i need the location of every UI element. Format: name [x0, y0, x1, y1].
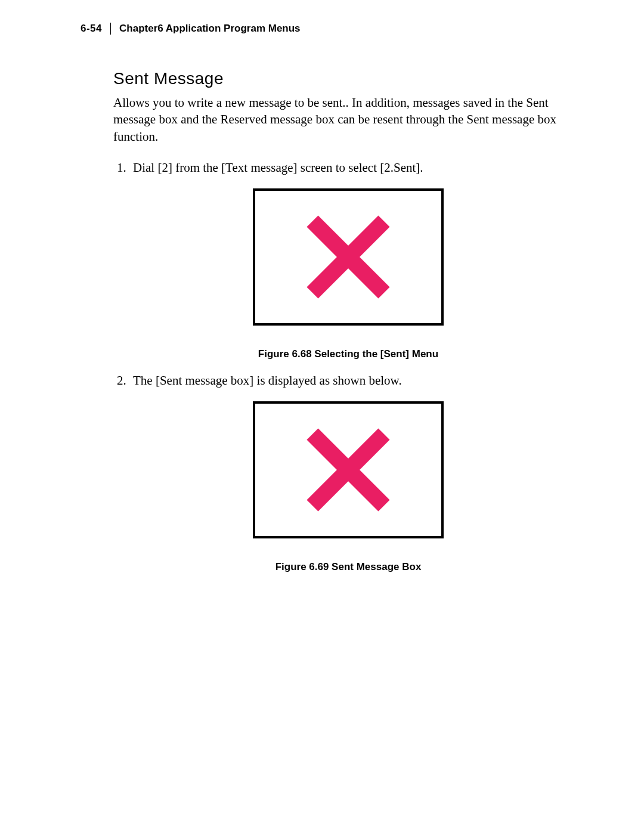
broken-image-icon	[304, 212, 393, 302]
step-list: Dial [2] from the [Text message] screen …	[80, 160, 564, 573]
figure-placeholder	[253, 188, 444, 326]
step-text: The [Sent message box] is displayed as s…	[133, 373, 402, 388]
figure-wrap: Figure 6.68 Selecting the [Sent] Menu	[133, 188, 564, 360]
page-number: 6-54	[80, 23, 111, 35]
document-page: 6-54 Chapter6 Application Program Menus …	[0, 0, 644, 610]
figure-placeholder	[253, 401, 444, 538]
figure-caption: Figure 6.68 Selecting the [Sent] Menu	[133, 348, 564, 360]
figure-caption: Figure 6.69 Sent Message Box	[133, 561, 564, 573]
figure-wrap: Figure 6.69 Sent Message Box	[133, 401, 564, 573]
section-title: Sent Message	[113, 69, 564, 88]
chapter-label: Chapter6 Application Program Menus	[119, 23, 301, 35]
step-text: Dial [2] from the [Text message] screen …	[133, 160, 423, 175]
page-header: 6-54 Chapter6 Application Program Menus	[80, 23, 564, 35]
list-item: The [Sent message box] is displayed as s…	[129, 373, 564, 573]
broken-image-icon	[304, 425, 393, 515]
section-intro: Allows you to write a new message to be …	[113, 94, 564, 145]
list-item: Dial [2] from the [Text message] screen …	[129, 160, 564, 360]
